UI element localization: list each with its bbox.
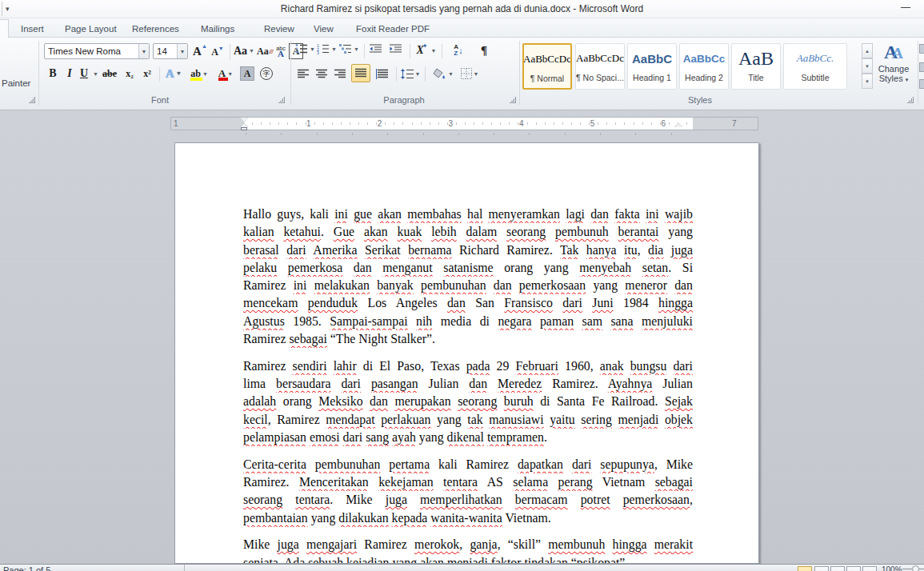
- line-spacing-button[interactable]: ▼: [400, 66, 421, 82]
- multilevel-list-button[interactable]: ▼: [339, 43, 359, 54]
- status-bar[interactable]: Page: 1 of 5 100%: [0, 564, 924, 571]
- align-center-button[interactable]: [314, 66, 330, 82]
- tab-review[interactable]: Review: [261, 21, 298, 38]
- document-line[interactable]: Cerita-cerita pembunuhan pertama kali Ra…: [243, 456, 693, 473]
- italic-button[interactable]: I: [63, 66, 76, 82]
- document-line[interactable]: mencekam penduduk Los Angeles dan San Fr…: [243, 294, 693, 312]
- document-line[interactable]: Ramirez ini melakukan banyak pembunuhan …: [243, 277, 693, 294]
- align-left-button[interactable]: [295, 66, 312, 82]
- borders-button[interactable]: ▼: [458, 66, 482, 82]
- change-case-button[interactable]: Aa▼: [233, 42, 255, 60]
- style-no-spacing[interactable]: AaBbCcDc ¶ No Spaci...: [575, 43, 625, 90]
- text-effects-button[interactable]: A▼: [163, 66, 184, 82]
- font-size-dropdown-icon[interactable]: ▼: [177, 44, 187, 58]
- document-line[interactable]: lima bersaudara dari pasangan Julian dan…: [243, 375, 693, 393]
- tab-insert[interactable]: Insert: [18, 21, 47, 38]
- show-hide-pilcrow-button[interactable]: ¶: [475, 42, 493, 59]
- font-name-combo[interactable]: Times New Roma ▼: [44, 43, 150, 59]
- increase-indent-button[interactable]: [389, 43, 402, 54]
- select-button-partial[interactable]: [919, 79, 924, 89]
- find-button-partial[interactable]: [919, 44, 924, 54]
- first-line-indent-marker[interactable]: [240, 118, 248, 122]
- paragraph-dialog-launcher[interactable]: [510, 97, 516, 103]
- style-title[interactable]: AaB Title: [731, 43, 781, 90]
- view-web-layout-button[interactable]: [830, 566, 845, 571]
- document-line[interactable]: Mike juga mengajari Ramirez merokok, gan…: [243, 536, 693, 553]
- styles-scroll-up-icon[interactable]: ▲: [862, 43, 873, 58]
- tab-foxit-reader-pdf[interactable]: Foxit Reader PDF: [353, 21, 433, 38]
- document-line[interactable]: pembantaian yang dilakukan kepada wanita…: [243, 509, 693, 527]
- document-line[interactable]: pelaku pemerkosa dan menganut satanisme …: [243, 259, 693, 277]
- bold-button[interactable]: B: [46, 66, 60, 82]
- horizontal-ruler[interactable]: 11234567: [170, 117, 758, 130]
- bullets-button[interactable]: ▼: [295, 43, 315, 54]
- style-normal[interactable]: AaBbCcDc ¶ Normal: [522, 43, 572, 90]
- phonetic-guide-button[interactable]: abc A: [274, 42, 288, 61]
- document-line[interactable]: pelampiasan emosi dari sang ayah yang di…: [243, 429, 693, 446]
- clear-formatting-button[interactable]: Aa: [257, 42, 273, 60]
- font-size-combo[interactable]: 14 ▼: [153, 43, 188, 59]
- superscript-button[interactable]: x²: [139, 66, 155, 82]
- document-line[interactable]: berasal dari Amerika Serikat bernama Ric…: [243, 242, 693, 259]
- paragraph-group-label: Paragraph: [352, 95, 456, 105]
- view-outline-button[interactable]: [846, 566, 861, 571]
- tab-page-layout[interactable]: Page Layout: [62, 21, 120, 38]
- shading-button[interactable]: ▼: [432, 66, 454, 82]
- document-line[interactable]: kalian ketahui. Gue akan kuak lebih dala…: [243, 223, 693, 241]
- change-styles-button[interactable]: AA Change Styles ▾: [874, 42, 914, 93]
- view-draft-button[interactable]: [862, 566, 877, 571]
- tab-view[interactable]: View: [310, 21, 337, 38]
- format-painter-label-partial[interactable]: Painter: [2, 78, 30, 88]
- asian-layout-button[interactable]: X ✦ ▼: [414, 42, 438, 59]
- right-indent-marker[interactable]: [674, 123, 682, 127]
- document-text[interactable]: Hallo guys, kali ini gue akan membahas h…: [243, 206, 693, 564]
- document-line[interactable]: Agustus 1985. Sampai-sampai nih media di…: [243, 313, 693, 330]
- numbering-button[interactable]: 123▼: [317, 43, 337, 54]
- align-right-button[interactable]: [332, 66, 349, 82]
- document-line[interactable]: Ramirez sebagai “The Night Stalker”.: [243, 330, 693, 348]
- text-highlight-button[interactable]: ab ▼: [187, 66, 211, 82]
- enclose-characters-button[interactable]: 字: [258, 66, 274, 82]
- clipboard-dialog-launcher[interactable]: [29, 97, 35, 103]
- status-page-info[interactable]: Page: 1 of 5: [3, 565, 50, 571]
- styles-scroll-down-icon[interactable]: ▼: [862, 58, 873, 74]
- minimize-button[interactable]: —: [894, 2, 918, 14]
- view-print-layout-button[interactable]: [798, 566, 812, 571]
- document-line[interactable]: senjata. Ada sebuah kejadian yang akan m…: [243, 554, 693, 564]
- replace-button-partial[interactable]: [919, 62, 924, 72]
- document-line[interactable]: adalah orang Meksiko dan merupakan seora…: [243, 393, 693, 410]
- document-page[interactable]: Hallo guys, kali ini gue akan membahas h…: [174, 142, 759, 564]
- document-line[interactable]: seorang tentara. Mike juga memperlihatka…: [243, 491, 693, 509]
- left-indent-marker[interactable]: [241, 127, 247, 130]
- tab-home-partial[interactable]: [0, 19, 9, 38]
- font-color-button[interactable]: A ▼: [214, 66, 237, 82]
- strikethrough-button[interactable]: abe: [99, 66, 120, 82]
- underline-button[interactable]: U: [78, 66, 90, 82]
- subscript-button[interactable]: x₂: [122, 66, 138, 82]
- styles-gallery-more-icon[interactable]: ▼: [862, 74, 873, 89]
- document-line[interactable]: kecil, Ramirez mendapat perlakuan yang t…: [243, 411, 693, 429]
- document-line[interactable]: Ramirez sendiri lahir di El Paso, Texas …: [243, 357, 693, 375]
- justify-button[interactable]: [351, 64, 370, 82]
- underline-dropdown-icon[interactable]: ▼: [93, 71, 98, 77]
- multilevel-list-icon: [339, 43, 352, 54]
- grow-font-button[interactable]: A▲: [192, 42, 208, 60]
- distributed-button[interactable]: [373, 66, 392, 82]
- document-line[interactable]: Ramirez. Menceritakan kekejaman tentara …: [243, 473, 693, 491]
- view-fullscreen-button[interactable]: [814, 566, 829, 571]
- tab-references[interactable]: References: [129, 21, 182, 38]
- shrink-font-button[interactable]: A▼: [210, 44, 226, 60]
- style-subtitle[interactable]: AaBbCc. Subtitle: [783, 43, 847, 90]
- font-dialog-launcher[interactable]: [278, 97, 285, 103]
- font-name-dropdown-icon[interactable]: ▼: [138, 44, 149, 58]
- tab-mailings[interactable]: Mailings: [198, 21, 238, 38]
- styles-dialog-launcher[interactable]: [907, 97, 914, 103]
- zoom-slider-knob[interactable]: [912, 565, 919, 571]
- decrease-indent-button[interactable]: [369, 43, 382, 54]
- style-heading-2[interactable]: AaBbCc Heading 2: [679, 43, 729, 90]
- sort-button[interactable]: AZ ↓: [448, 42, 469, 59]
- zoom-level[interactable]: 100%: [882, 565, 902, 571]
- character-shading-button[interactable]: A: [240, 66, 254, 81]
- document-line[interactable]: Hallo guys, kali ini gue akan membahas h…: [243, 206, 693, 223]
- style-heading-1[interactable]: AaBbC Heading 1: [627, 43, 677, 90]
